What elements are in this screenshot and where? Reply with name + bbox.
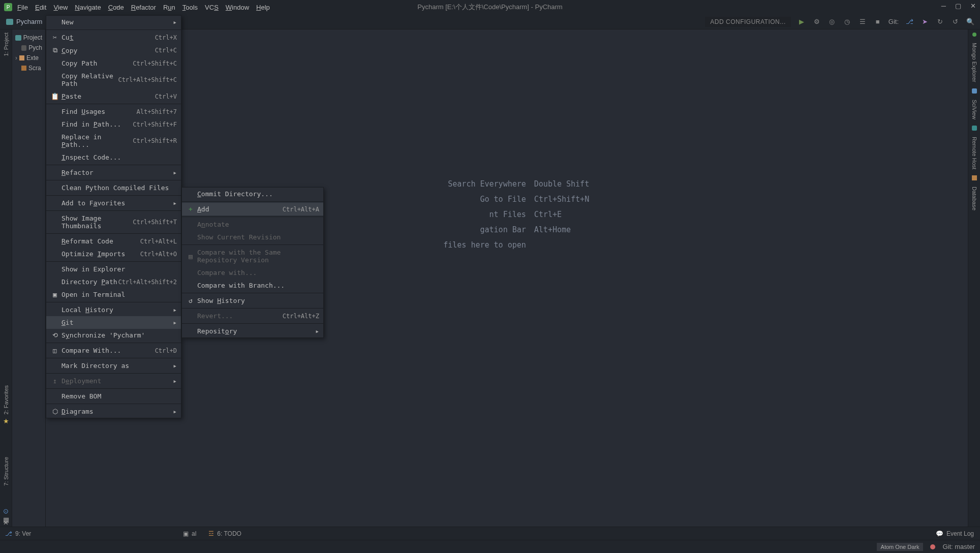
tree-item-scratches[interactable]: Scra <box>12 63 45 73</box>
folder-icon <box>15 35 21 41</box>
favorites-tool-button[interactable]: 2: Favorites <box>3 385 9 414</box>
menu-item[interactable]: ⟲Synchronize 'Pycharm' <box>46 329 181 342</box>
menu-item[interactable]: Refactor▸ <box>46 166 181 179</box>
revert-icon[interactable]: ↺ <box>951 17 960 26</box>
menu-window[interactable]: Window <box>226 4 249 11</box>
chevron-down-icon[interactable]: ⌄ <box>115 2 120 9</box>
debug-icon[interactable]: ⚙ <box>812 17 821 26</box>
add-configuration-button[interactable]: ADD CONFIGURATION... <box>705 17 790 27</box>
menu-item[interactable]: Copy PathCtrl+Shift+C <box>46 57 181 70</box>
menu-refactor[interactable]: Refactor <box>131 4 156 11</box>
menu-item[interactable]: Optimize ImportsCtrl+Alt+O <box>46 248 181 260</box>
menu-item[interactable]: Reformat CodeCtrl+Alt+L <box>46 235 181 248</box>
menu-item[interactable]: ↺Show History <box>182 294 323 307</box>
concurrent-icon[interactable]: ☰ <box>858 17 867 26</box>
tree-item-pycharm[interactable]: Pych <box>12 43 45 53</box>
project-tree: Project Pych › Exte Scra <box>12 29 46 527</box>
menu-item[interactable]: Show in Explorer <box>46 263 181 275</box>
profile-icon[interactable]: ◷ <box>843 17 852 26</box>
tree-item-external[interactable]: › Exte <box>12 53 45 63</box>
⟲-icon: ⟲ <box>50 331 59 339</box>
empty-editor-hints: Search EverywhereDouble Shift Go to File… <box>424 179 589 256</box>
▤-icon: ▤ <box>186 253 195 260</box>
commit-icon[interactable]: ➤ <box>920 17 929 26</box>
menu-label: Copy <box>62 47 155 54</box>
update-icon[interactable]: ↻ <box>935 17 944 26</box>
stack-icon[interactable]: ▦ <box>3 516 9 524</box>
bottom-tool-stripe: ⎇9: Ver ▣al ☲6: TODO 💬Event Log <box>0 527 980 540</box>
coverage-icon[interactable]: ◎ <box>828 17 837 26</box>
menu-label: Paste <box>62 93 155 100</box>
remote-tool-button[interactable]: Remote Host <box>971 137 977 169</box>
stop-icon[interactable]: ■ <box>873 17 882 26</box>
menu-item[interactable]: Copy Relative PathCtrl+Alt+Shift+C <box>46 70 181 90</box>
run-icon[interactable]: ▶ <box>797 17 806 26</box>
chevron-right-icon: ▸ <box>173 18 177 26</box>
version-control-tab[interactable]: ⎇9: Ver <box>5 530 31 537</box>
menu-item[interactable]: Replace in Path...Ctrl+Shift+R <box>46 131 181 151</box>
theme-indicator[interactable]: Atom One Dark <box>877 543 924 551</box>
menu-item: Annotate <box>182 218 323 231</box>
chevron-right-icon: ▸ <box>173 377 177 385</box>
git-status-dot <box>930 544 935 549</box>
maximize-icon[interactable]: ▢ <box>955 2 961 10</box>
right-tool-stripe: Mongo Explorer SciView Remote Host Datab… <box>968 29 980 527</box>
menu-label: Compare With... <box>62 347 155 354</box>
menu-shortcut: Ctrl+Alt+Z <box>283 313 319 320</box>
menu-item: Compare with... <box>182 266 323 279</box>
close-icon[interactable]: ✕ <box>970 2 976 10</box>
todo-tab[interactable]: ☲6: TODO <box>208 530 241 537</box>
menu-run[interactable]: Run <box>163 4 175 11</box>
menu-item[interactable]: Remove BOM <box>46 390 181 403</box>
mongo-tool-button[interactable]: Mongo Explorer <box>971 43 977 82</box>
left-tool-stripe: 1: Project ⊙ ✕ 2: Favorites ★ 7: Structu… <box>0 29 12 527</box>
menu-item[interactable]: Commit Directory... <box>182 188 323 200</box>
menu-item[interactable]: Add to Favorites▸ <box>46 197 181 209</box>
menu-item[interactable]: Clean Python Compiled Files <box>46 181 181 194</box>
menu-item[interactable]: ▣Open in Terminal <box>46 288 181 301</box>
menu-item[interactable]: +AddCtrl+Alt+A <box>182 203 323 216</box>
menu-item[interactable]: Inspect Code... <box>46 151 181 164</box>
menu-shortcut: Alt+Shift+7 <box>137 108 177 115</box>
branch-icon[interactable]: ⎇ <box>905 17 914 26</box>
menu-edit[interactable]: Edit <box>35 4 46 11</box>
breadcrumb[interactable]: Pycharm <box>16 18 42 25</box>
menu-item[interactable]: Local History▸ <box>46 303 181 316</box>
menu-item[interactable]: Repository▸ <box>182 325 323 337</box>
menu-item[interactable]: ◫Compare With...Ctrl+D <box>46 344 181 357</box>
menu-item[interactable]: Show Image ThumbnailsCtrl+Shift+T <box>46 212 181 232</box>
git-branch[interactable]: Git: master <box>942 543 975 550</box>
menu-file[interactable]: File <box>17 4 28 11</box>
menu-vcs[interactable]: VCS <box>205 4 219 11</box>
menu-shortcut: Ctrl+V <box>155 93 177 100</box>
search-icon[interactable]: 🔍 <box>966 17 975 26</box>
terminal-tab[interactable]: ▣al <box>183 530 196 537</box>
tree-root[interactable]: Project <box>12 33 45 43</box>
menu-item[interactable]: ⬡Diagrams▸ <box>46 405 181 418</box>
menu-item[interactable]: ⧉CopyCtrl+C <box>46 44 181 57</box>
project-tool-button[interactable]: 1: Project <box>3 33 9 56</box>
⧉-icon: ⧉ <box>50 46 59 54</box>
menu-item[interactable]: Git▸ <box>46 316 181 329</box>
menu-item[interactable]: Directory PathCtrl+Alt+Shift+2 <box>46 275 181 288</box>
structure-tool-button[interactable]: 7: Structure <box>3 457 9 486</box>
menu-item[interactable]: Find UsagesAlt+Shift+7 <box>46 105 181 118</box>
menu-label: Add to Favorites <box>62 199 177 207</box>
minimize-icon[interactable]: ─ <box>941 2 946 10</box>
menu-item[interactable]: Compare with Branch... <box>182 279 323 292</box>
menu-item[interactable]: 📋PasteCtrl+V <box>46 90 181 103</box>
menu-view[interactable]: View <box>53 4 68 11</box>
menu-item[interactable]: Mark Directory as▸ <box>46 359 181 372</box>
menu-label: Optimize Imports <box>62 250 140 258</box>
menu-item[interactable]: Find in Path...Ctrl+Shift+F <box>46 118 181 131</box>
menu-tools[interactable]: Tools <box>182 4 198 11</box>
menu-item[interactable]: New▸ <box>46 16 181 28</box>
sciview-tool-button[interactable]: SciView <box>971 100 977 119</box>
bookmarks-gutter-icon[interactable]: ⊙ <box>3 507 9 515</box>
menu-item[interactable]: ✂CutCtrl+X <box>46 31 181 44</box>
event-log-tab[interactable]: 💬Event Log <box>936 530 974 537</box>
menu-help[interactable]: Help <box>256 4 270 11</box>
menu-navigate[interactable]: Navigate <box>75 4 101 11</box>
menu-shortcut: Ctrl+Shift+R <box>133 137 177 144</box>
database-tool-button[interactable]: Database <box>971 187 977 210</box>
